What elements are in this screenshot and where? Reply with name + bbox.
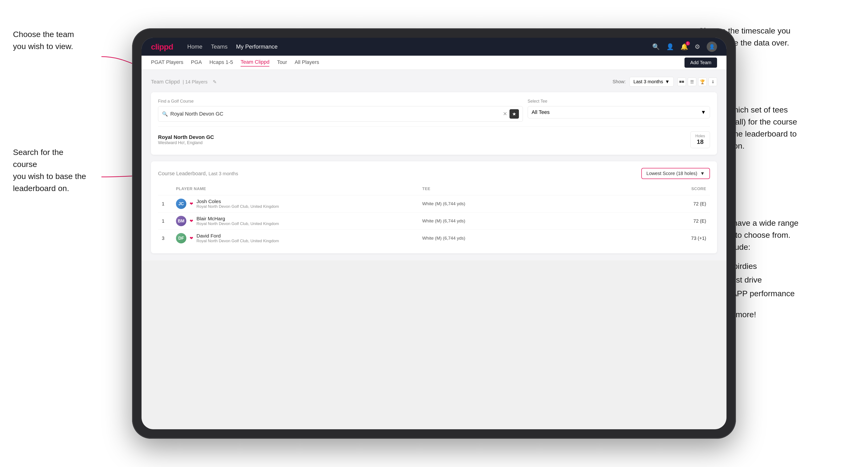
- add-team-button[interactable]: Add Team: [684, 58, 717, 68]
- player-details-2: Blair McHarg Royal North Devon Golf Club…: [196, 216, 279, 226]
- player-name-3: David Ford: [196, 233, 279, 239]
- grid-view-btn[interactable]: ■■: [677, 77, 686, 86]
- navbar: clippd Home Teams My Performance 🔍 👤 🔔 1…: [142, 38, 726, 56]
- favorite-heart-3[interactable]: ❤: [190, 236, 193, 241]
- subnav-all-players[interactable]: All Players: [294, 59, 319, 66]
- annotation-mid-left: Search for the courseyou wish to base th…: [13, 146, 88, 194]
- player-avatar-2: BM: [176, 216, 186, 226]
- favorite-heart-2[interactable]: ❤: [190, 218, 193, 224]
- subnav: PGAT Players PGA Hcaps 1-5 Team Clippd T…: [142, 56, 726, 70]
- notification-badge: 1: [686, 41, 690, 45]
- show-control: Show: Last 3 months ▼ ■■ ☰ 🏆 ⇓: [613, 77, 717, 87]
- player-tee-3: White (M) (6,744 yds): [422, 236, 669, 241]
- table-header: PLAYER NAME TEE SCORE: [158, 185, 710, 193]
- view-icons: ■■ ☰ 🏆 ⇓: [677, 77, 717, 86]
- chevron-down-icon: ▼: [665, 79, 670, 85]
- show-label: Show:: [613, 79, 626, 85]
- nav-home[interactable]: Home: [187, 43, 203, 50]
- course-result-info: Royal North Devon GC Westward Ho!, Engla…: [158, 134, 214, 145]
- search-icon-small: 🔍: [162, 111, 168, 117]
- tee-select-dropdown[interactable]: All Tees ▼: [528, 106, 710, 118]
- table-row: 3 DF ❤ David Ford Royal North Devon Golf…: [158, 229, 710, 247]
- navbar-icons: 🔍 👤 🔔 1 ⚙ 👤: [652, 41, 717, 52]
- search-icon[interactable]: 🔍: [652, 43, 660, 51]
- course-result: Royal North Devon GC Westward Ho!, Engla…: [158, 126, 710, 148]
- export-btn[interactable]: ⇓: [709, 77, 717, 86]
- edit-team-icon[interactable]: ✎: [213, 79, 217, 85]
- user-avatar[interactable]: 👤: [707, 41, 717, 52]
- leaderboard-header: Course Leaderboard, Last 3 months Lowest…: [158, 168, 710, 179]
- player-avatar-3: DF: [176, 233, 186, 243]
- player-rank-3: 3: [162, 236, 176, 241]
- navbar-logo: clippd: [151, 42, 173, 52]
- team-player-count: | 14 Players: [183, 79, 208, 85]
- player-rank-2: 1: [162, 218, 176, 224]
- favorite-btn[interactable]: ★: [509, 109, 519, 119]
- list-view-btn[interactable]: ☰: [688, 77, 696, 86]
- leaderboard-table: PLAYER NAME TEE SCORE 1 JC ❤ Josh Coles …: [158, 185, 710, 247]
- course-result-location: Westward Ho!, England: [158, 140, 214, 145]
- player-club-1: Royal North Devon Golf Club, United King…: [196, 204, 279, 209]
- timeframe-value: Last 3 months: [633, 79, 663, 85]
- subnav-pga[interactable]: PGA: [191, 59, 202, 66]
- navbar-links: Home Teams My Performance: [187, 43, 643, 50]
- subnav-hcaps[interactable]: Hcaps 1-5: [210, 59, 233, 66]
- player-score-3: 73 (+1): [669, 236, 706, 241]
- player-avatar-1: JC: [176, 198, 186, 209]
- nav-teams[interactable]: Teams: [211, 43, 228, 50]
- player-club-2: Royal North Devon Golf Club, United King…: [196, 221, 279, 226]
- player-tee-1: White (M) (6,744 yds): [422, 201, 669, 206]
- holes-label: Holes: [695, 134, 705, 138]
- search-col: Find a Golf Course 🔍 ✕ ★: [158, 99, 523, 122]
- player-tee-2: White (M) (6,744 yds): [422, 218, 669, 224]
- course-search-wrapper: 🔍 ✕ ★: [158, 106, 523, 122]
- team-header-bar: Team Clippd | 14 Players ✎ Show: Last 3 …: [151, 77, 717, 87]
- nav-my-performance[interactable]: My Performance: [236, 43, 278, 50]
- score-type-value: Lowest Score (18 holes): [647, 171, 698, 176]
- player-score-2: 72 (E): [669, 218, 706, 224]
- player-details-1: Josh Coles Royal North Devon Golf Club, …: [196, 198, 279, 209]
- col-header-tee: TEE: [422, 187, 669, 191]
- col-header-score: SCORE: [669, 187, 706, 191]
- subnav-pgat-players[interactable]: PGAT Players: [151, 59, 183, 66]
- col-header-blank: [162, 187, 176, 191]
- find-course-label: Find a Golf Course: [158, 99, 523, 104]
- course-search-section: Find a Golf Course 🔍 ✕ ★ Select Tee All …: [151, 92, 717, 155]
- col-header-player: PLAYER NAME: [176, 187, 422, 191]
- bell-icon[interactable]: 🔔 1: [680, 43, 688, 51]
- tee-col: Select Tee All Tees ▼: [528, 99, 710, 118]
- score-type-dropdown[interactable]: Lowest Score (18 holes) ▼: [641, 168, 710, 179]
- table-row: 1 JC ❤ Josh Coles Royal North Devon Golf…: [158, 195, 710, 212]
- course-result-name: Royal North Devon GC: [158, 134, 214, 140]
- tablet-shell: clippd Home Teams My Performance 🔍 👤 🔔 1…: [132, 28, 736, 439]
- clear-search-btn[interactable]: ✕: [503, 111, 507, 117]
- chevron-down-icon-score: ▼: [700, 171, 705, 176]
- main-content: Team Clippd | 14 Players ✎ Show: Last 3 …: [142, 70, 726, 260]
- team-title: Team Clippd | 14 Players: [151, 79, 208, 85]
- select-tee-label: Select Tee: [528, 99, 710, 104]
- player-name-1: Josh Coles: [196, 198, 279, 204]
- player-name-2: Blair McHarg: [196, 216, 279, 221]
- player-score-1: 72 (E): [669, 201, 706, 207]
- holes-value: 18: [695, 138, 705, 146]
- favorite-heart-1[interactable]: ❤: [190, 201, 193, 206]
- player-club-3: Royal North Devon Golf Club, United King…: [196, 239, 279, 243]
- player-details-3: David Ford Royal North Devon Golf Club, …: [196, 233, 279, 243]
- search-row: Find a Golf Course 🔍 ✕ ★ Select Tee All …: [158, 99, 710, 122]
- timeframe-dropdown[interactable]: Last 3 months ▼: [629, 77, 674, 87]
- player-info-2: BM ❤ Blair McHarg Royal North Devon Golf…: [176, 216, 422, 226]
- course-search-input[interactable]: [170, 111, 500, 117]
- tablet-screen: clippd Home Teams My Performance 🔍 👤 🔔 1…: [142, 38, 726, 429]
- trophy-view-btn[interactable]: 🏆: [698, 77, 707, 86]
- users-icon[interactable]: 👤: [666, 43, 674, 51]
- table-row: 1 BM ❤ Blair McHarg Royal North Devon Go…: [158, 212, 710, 229]
- tee-value: All Tees: [532, 109, 550, 115]
- subnav-team-clippd[interactable]: Team Clippd: [241, 59, 269, 66]
- holes-badge: Holes 18: [690, 131, 710, 148]
- team-title-section: Team Clippd | 14 Players ✎: [151, 79, 217, 85]
- leaderboard-section: Course Leaderboard, Last 3 months Lowest…: [151, 161, 717, 253]
- settings-icon[interactable]: ⚙: [695, 43, 700, 51]
- leaderboard-title: Course Leaderboard, Last 3 months: [158, 170, 238, 177]
- subnav-tour[interactable]: Tour: [277, 59, 287, 66]
- player-info-3: DF ❤ David Ford Royal North Devon Golf C…: [176, 233, 422, 243]
